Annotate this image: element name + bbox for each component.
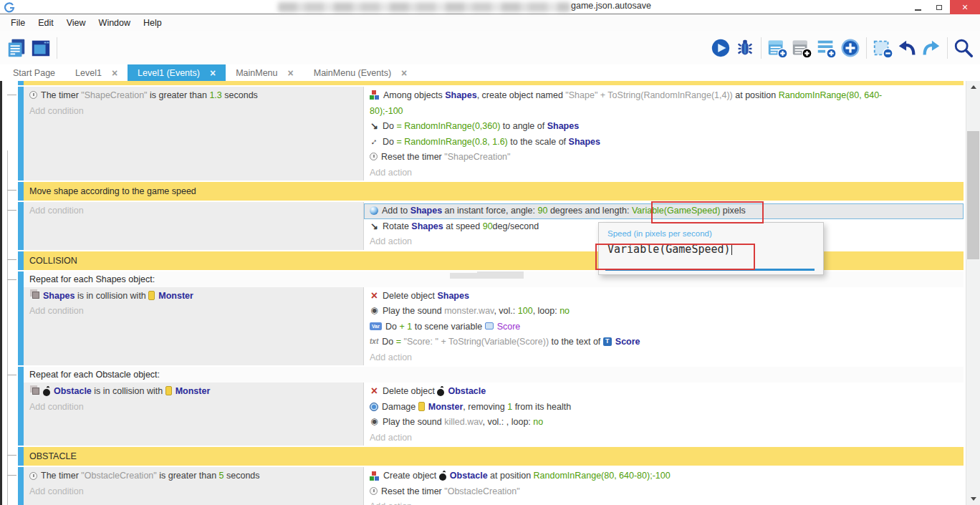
menu-file[interactable]: File xyxy=(4,18,32,28)
menu-help[interactable]: Help xyxy=(137,18,168,28)
text-segment: "ShapeCreation" xyxy=(444,152,510,162)
text-segment: Reset the timer xyxy=(381,152,444,162)
action-line[interactable]: ↘Do = RandomInRange(0,360) to angle of S… xyxy=(364,119,964,135)
event-selector-bar[interactable] xyxy=(18,182,24,201)
debug-button[interactable] xyxy=(733,36,757,60)
add-event-button[interactable] xyxy=(765,36,789,60)
condition-line[interactable]: Shapes is in collision with Monster xyxy=(24,289,363,304)
scroll-up-arrow[interactable] xyxy=(966,81,980,93)
event-selector-bar[interactable] xyxy=(18,271,24,366)
create-icon xyxy=(370,90,380,100)
text-segment: 90 xyxy=(538,206,548,216)
tab-level1-events[interactable]: Level1 (Events) xyxy=(128,64,226,81)
close-button[interactable] xyxy=(950,0,980,14)
force-icon xyxy=(370,206,378,215)
search-button[interactable] xyxy=(951,36,976,60)
text-segment: 90 xyxy=(483,221,493,231)
angle-icon: ↘ xyxy=(370,218,379,234)
condition-line[interactable]: The timer "ObstacleCreation" is greater … xyxy=(24,468,363,484)
text-segment: Monster xyxy=(176,386,211,396)
project-manager-button[interactable] xyxy=(4,36,29,60)
foreach-header[interactable]: Repeat for each Obstacle object: xyxy=(24,367,964,383)
event-row: Repeat for each Shapes object:Shapes is … xyxy=(2,271,980,366)
text-segment: to angle of xyxy=(500,121,547,131)
add-condition-placeholder[interactable]: Add condition xyxy=(24,104,363,120)
scroll-thumb[interactable] xyxy=(967,131,979,259)
comment-row-body[interactable]: Move shape according to the game speed xyxy=(24,182,964,201)
tab-mainmenu-events[interactable]: MainMenu (Events) xyxy=(304,64,418,81)
menu-edit[interactable]: Edit xyxy=(32,18,60,28)
event-gutter xyxy=(2,467,18,505)
add-comment-button[interactable] xyxy=(814,36,838,60)
close-tab-icon[interactable] xyxy=(401,67,407,79)
condition-line[interactable]: The timer "ShapeCreation" is greater tha… xyxy=(24,88,363,104)
event-selector-bar[interactable] xyxy=(18,367,24,446)
add-action-placeholder[interactable]: Add action xyxy=(364,431,964,446)
add-new-button[interactable] xyxy=(838,36,863,60)
actions-column: ×Delete object Shapes◉Play the sound mon… xyxy=(364,287,964,366)
gdevelop-logo-icon xyxy=(4,1,15,13)
undo-button[interactable] xyxy=(895,36,919,60)
timer-icon xyxy=(370,487,378,495)
action-line[interactable]: txtDo = "Score: " + ToString(Variable(Sc… xyxy=(364,335,964,350)
close-tab-icon[interactable] xyxy=(210,67,216,79)
restore-button[interactable] xyxy=(928,0,950,14)
condition-line[interactable]: Obstacle is in collision with Monster xyxy=(24,384,363,400)
event-body: The timer "ObstacleCreation" is greater … xyxy=(24,467,964,505)
action-line[interactable]: ×Delete object Obstacle xyxy=(364,384,964,400)
timer-icon xyxy=(370,153,378,160)
action-line[interactable]: ↕Do = RandomInRange(0.8, 1.6) to the sca… xyxy=(364,135,964,150)
add-action-placeholder[interactable]: Add action xyxy=(364,165,964,181)
menu-window[interactable]: Window xyxy=(92,18,137,28)
bomb-icon xyxy=(439,473,446,481)
play-button[interactable] xyxy=(708,36,733,60)
redo-button[interactable] xyxy=(919,36,943,60)
tab-level1[interactable]: Level1 xyxy=(65,64,128,81)
text-segment: degrees and length: xyxy=(547,206,631,216)
conditions-column: Shapes is in collision with MonsterAdd c… xyxy=(24,287,364,366)
add-condition-placeholder[interactable]: Add condition xyxy=(24,484,363,500)
event-selector-bar[interactable] xyxy=(18,467,24,505)
text-segment: to the scale of xyxy=(508,137,569,147)
add-action-placeholder[interactable]: Add action xyxy=(364,350,964,366)
event-selector-bar[interactable] xyxy=(18,87,24,181)
action-line[interactable]: ◉Play the sound killed.wav, vol.: , loop… xyxy=(364,415,964,431)
event-selector-bar[interactable] xyxy=(18,251,24,270)
text-segment: The timer xyxy=(41,90,81,100)
vertical-scrollbar[interactable] xyxy=(966,81,980,505)
action-line[interactable]: Among objects Shapes, create object name… xyxy=(364,88,964,119)
action-line[interactable]: Reset the timer "ShapeCreation" xyxy=(364,150,964,165)
comment-text: OBSTACLE xyxy=(29,451,77,461)
text-segment: "ObstacleCreation" xyxy=(444,486,519,496)
menu-view[interactable]: View xyxy=(60,18,92,28)
close-tab-icon[interactable] xyxy=(112,67,117,79)
add-condition-placeholder[interactable]: Add condition xyxy=(24,400,363,415)
event-selector-bar[interactable] xyxy=(18,447,24,466)
comment-row: COLLISION xyxy=(2,251,980,270)
action-line[interactable]: Damage Monster, removing 1 from its heal… xyxy=(364,400,964,415)
actions-column: Among objects Shapes, create object name… xyxy=(364,87,964,181)
action-line[interactable]: ×Delete object Shapes xyxy=(364,289,964,304)
add-condition-placeholder[interactable]: Add condition xyxy=(24,304,363,319)
tab-mainmenu[interactable]: MainMenu xyxy=(226,64,304,81)
close-tab-icon[interactable] xyxy=(288,67,294,79)
remove-event-button[interactable] xyxy=(870,36,895,60)
scroll-down-arrow[interactable] xyxy=(966,493,980,505)
event-selector-bar[interactable] xyxy=(18,81,24,85)
action-line[interactable]: Create object Obstacle at position Rando… xyxy=(364,468,964,484)
comment-row-body[interactable]: OBSTACLE xyxy=(24,447,964,466)
add-subevent-button[interactable] xyxy=(789,36,814,60)
comment-text: COLLISION xyxy=(29,256,77,266)
event-selector-bar[interactable] xyxy=(18,202,24,250)
action-line[interactable]: ◉Play the sound monster.wav, vol.: 100, … xyxy=(364,304,964,319)
scene-editor-button[interactable] xyxy=(29,36,53,60)
add-action-placeholder[interactable]: Add action xyxy=(364,499,964,505)
minimize-button[interactable] xyxy=(907,0,928,14)
add-condition-placeholder[interactable]: Add condition xyxy=(24,203,363,219)
action-line[interactable]: VarDo + 1 to scene variable Score xyxy=(364,319,964,335)
monster-icon xyxy=(418,402,425,411)
add-event-icon xyxy=(767,37,788,59)
text-segment: RandomInRange(80, 640- xyxy=(779,90,883,100)
tab-start-page[interactable]: Start Page xyxy=(3,64,65,81)
action-line[interactable]: Reset the timer "ObstacleCreation" xyxy=(364,484,964,500)
